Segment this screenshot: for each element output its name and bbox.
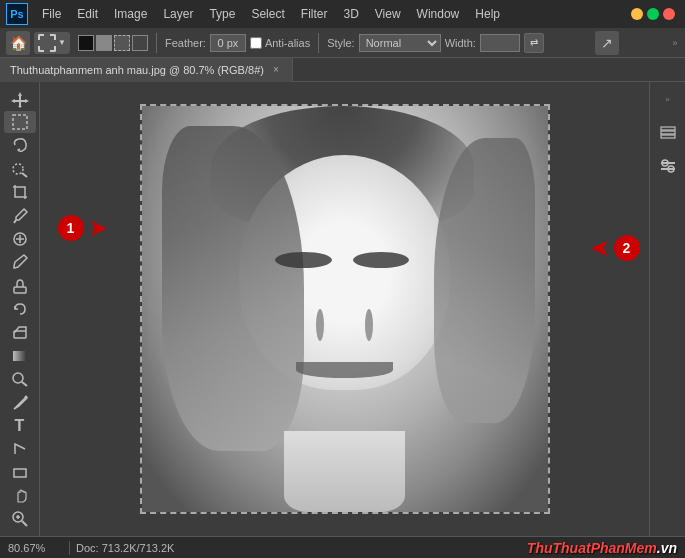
menu-image[interactable]: Image bbox=[106, 0, 155, 28]
tool-pen[interactable] bbox=[4, 392, 36, 413]
menu-edit[interactable]: Edit bbox=[69, 0, 106, 28]
menu-type[interactable]: Type bbox=[201, 0, 243, 28]
menu-file[interactable]: File bbox=[34, 0, 69, 28]
color-swatches bbox=[78, 35, 148, 51]
style-select[interactable]: Normal Fixed Ratio Fixed Size bbox=[359, 34, 441, 52]
extra-color2[interactable] bbox=[132, 35, 148, 51]
sketch-background bbox=[142, 106, 548, 512]
tool-history-brush[interactable] bbox=[4, 298, 36, 319]
annotation-1: 1 ➤ bbox=[58, 214, 108, 242]
svg-rect-19 bbox=[661, 127, 675, 130]
annotation-2-arrow: ➤ bbox=[590, 234, 610, 262]
tool-hand[interactable] bbox=[4, 485, 36, 506]
swap-dimensions-button[interactable]: ⇄ bbox=[524, 33, 544, 53]
adjustments-panel-btn[interactable] bbox=[654, 150, 682, 178]
hand-icon bbox=[11, 487, 29, 505]
menu-window[interactable]: Window bbox=[409, 0, 468, 28]
right-double-arrows-btn[interactable]: » bbox=[654, 86, 682, 114]
nose-right bbox=[365, 309, 373, 341]
tool-rectangle[interactable] bbox=[4, 462, 36, 483]
share-button[interactable]: ↗ bbox=[595, 31, 619, 55]
svg-point-11 bbox=[13, 373, 23, 383]
menu-select[interactable]: Select bbox=[243, 0, 292, 28]
tab-close-button[interactable]: × bbox=[270, 64, 282, 76]
zoom-level: 80.67% bbox=[8, 542, 63, 554]
extra-color[interactable] bbox=[114, 35, 130, 51]
window-minimize[interactable] bbox=[631, 8, 643, 20]
svg-rect-20 bbox=[661, 131, 675, 134]
tool-eyedropper[interactable] bbox=[4, 205, 36, 226]
main-area: T 1 ➤ bbox=[0, 82, 685, 536]
heal-icon bbox=[11, 230, 29, 248]
annotation-2-badge: 2 bbox=[614, 235, 640, 261]
tool-marquee-rect[interactable] bbox=[4, 111, 36, 132]
tool-move[interactable] bbox=[4, 88, 36, 109]
ps-logo-icon: Ps bbox=[6, 3, 28, 25]
tool-brush[interactable] bbox=[4, 252, 36, 273]
adjustments-icon bbox=[659, 155, 677, 173]
watermark-container: ThuThuatPhanMem.vn bbox=[527, 540, 677, 556]
brush-icon bbox=[11, 253, 29, 271]
foreground-color[interactable] bbox=[78, 35, 94, 51]
tool-eraser[interactable] bbox=[4, 322, 36, 343]
path-select-icon bbox=[11, 440, 29, 458]
svg-line-4 bbox=[14, 220, 16, 223]
quick-select-icon bbox=[11, 160, 29, 178]
tool-dodge[interactable] bbox=[4, 369, 36, 390]
marquee-rect-icon bbox=[38, 34, 56, 52]
svg-rect-10 bbox=[13, 351, 27, 361]
tool-heal[interactable] bbox=[4, 228, 36, 249]
wm-thu: Thu bbox=[527, 540, 553, 556]
wm-thuat: Thuat bbox=[553, 540, 591, 556]
tool-lasso[interactable] bbox=[4, 135, 36, 156]
annotation-2: ➤ 2 bbox=[590, 234, 640, 262]
tool-quick-select[interactable] bbox=[4, 158, 36, 179]
pen-icon bbox=[11, 394, 29, 412]
svg-line-3 bbox=[22, 173, 27, 177]
zoom-icon bbox=[11, 510, 29, 528]
svg-rect-1 bbox=[13, 115, 27, 129]
svg-rect-8 bbox=[14, 287, 26, 293]
layers-panel-btn[interactable] bbox=[654, 118, 682, 146]
collapse-options-arrow[interactable]: » bbox=[671, 31, 679, 55]
anti-alias-label[interactable]: Anti-alias bbox=[250, 37, 310, 49]
document-tab[interactable]: Thuthuatphanmem anh mau.jpg @ 80.7% (RGB… bbox=[0, 58, 293, 82]
tool-stamp[interactable] bbox=[4, 275, 36, 296]
width-label: Width: bbox=[445, 37, 476, 49]
canvas-area[interactable]: 1 ➤ bbox=[40, 82, 649, 536]
history-brush-icon bbox=[11, 300, 29, 318]
svg-line-12 bbox=[22, 382, 27, 386]
marquee-tool-selector[interactable]: ▼ bbox=[34, 32, 70, 54]
svg-line-16 bbox=[22, 521, 27, 526]
window-maximize[interactable] bbox=[647, 8, 659, 20]
width-input[interactable] bbox=[480, 34, 520, 52]
menu-help[interactable]: Help bbox=[467, 0, 508, 28]
svg-marker-0 bbox=[11, 92, 29, 108]
anti-alias-checkbox[interactable] bbox=[250, 37, 262, 49]
menu-3d[interactable]: 3D bbox=[335, 0, 366, 28]
menu-layer[interactable]: Layer bbox=[155, 0, 201, 28]
canvas-container: 1 ➤ bbox=[140, 104, 550, 514]
tool-text[interactable]: T bbox=[4, 415, 36, 436]
watermark-text: ThuThuatPhanMem.vn bbox=[527, 540, 677, 556]
svg-rect-14 bbox=[14, 469, 26, 477]
tool-gradient[interactable] bbox=[4, 345, 36, 366]
tool-zoom[interactable] bbox=[4, 509, 36, 530]
background-color[interactable] bbox=[96, 35, 112, 51]
menu-filter[interactable]: Filter bbox=[293, 0, 336, 28]
canvas-wrapper[interactable] bbox=[140, 104, 550, 514]
menu-view[interactable]: View bbox=[367, 0, 409, 28]
eyedropper-icon bbox=[11, 207, 29, 225]
annotation-1-badge: 1 bbox=[58, 215, 84, 241]
tool-crop[interactable] bbox=[4, 182, 36, 203]
wm-dot-vn: .vn bbox=[657, 540, 677, 556]
marquee-dropdown-arrow: ▼ bbox=[58, 38, 66, 47]
ps-logo: Ps bbox=[4, 1, 30, 27]
tool-path-select[interactable] bbox=[4, 439, 36, 460]
annotation-1-arrow: ➤ bbox=[88, 214, 108, 242]
home-button[interactable]: 🏠 bbox=[6, 31, 30, 55]
svg-point-13 bbox=[24, 395, 27, 398]
menu-bar: Ps File Edit Image Layer Type Select Fil… bbox=[0, 0, 685, 28]
feather-input[interactable] bbox=[210, 34, 246, 52]
window-close[interactable] bbox=[663, 8, 675, 20]
